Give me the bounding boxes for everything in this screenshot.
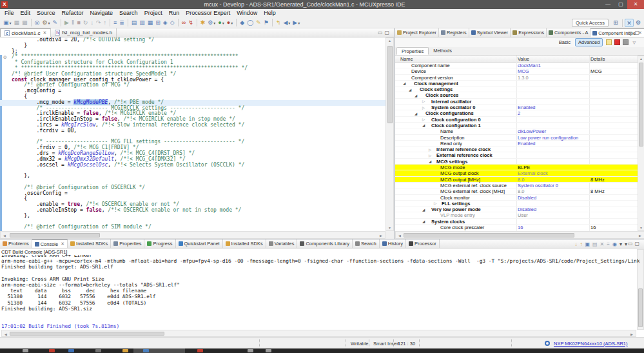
- link-server-icon[interactable]: ∞: [181, 18, 186, 27]
- property-row[interactable]: ◢Clock sources: [395, 92, 638, 98]
- registers-view-icon[interactable]: ▦: [147, 18, 154, 27]
- scroll-lock-icon[interactable]: ≡: [607, 241, 610, 247]
- property-row[interactable]: MCG external ref. clock [MHz]8.08 MHz: [395, 188, 638, 194]
- property-row[interactable]: MCG external ref. clock sourceSystem osc…: [395, 183, 638, 188]
- tips-icon[interactable]: [606, 39, 612, 45]
- collapse-arrow-icon[interactable]: ◢: [415, 111, 417, 116]
- property-row[interactable]: ▷Clock configuration 0: [395, 117, 638, 123]
- taskbar-app-icon[interactable]: [49, 349, 55, 352]
- skip-breakpoints-icon[interactable]: ◎: [34, 18, 41, 27]
- taskbar-active-app[interactable]: [133, 348, 185, 353]
- property-row[interactable]: ◢System clocks: [395, 219, 638, 225]
- install-perspective-icon[interactable]: ⚙: [634, 19, 643, 27]
- collapse-arrow-icon[interactable]: ◢: [403, 81, 405, 86]
- property-row[interactable]: ◢Very low power modeDisabled: [395, 207, 638, 212]
- settings-filter-icon[interactable]: [623, 39, 629, 45]
- inspector-horizontal-scrollbar[interactable]: ◀ ▶: [395, 231, 644, 239]
- property-row[interactable]: MCG output clockExternal clock: [395, 170, 638, 176]
- expand-arrow-icon[interactable]: ▷: [422, 117, 425, 122]
- view-tab-project-explorer[interactable]: Project Explorer: [395, 28, 439, 37]
- property-row[interactable]: ▷External reference clock: [395, 152, 638, 158]
- taskbar-app-icon[interactable]: [68, 349, 74, 352]
- property-row[interactable]: VLP mode entryUser: [395, 212, 638, 218]
- peripherals-view-icon[interactable]: ⊞: [155, 18, 161, 27]
- inspector-vertical-scrollbar[interactable]: ▲ ▼: [638, 55, 644, 231]
- previous-annotation-icon[interactable]: ↑: [580, 241, 582, 247]
- bottom-tab-quickstart-panel[interactable]: Quickstart Panel: [176, 239, 223, 248]
- collapse-arrow-icon[interactable]: ◢: [422, 219, 425, 224]
- property-row[interactable]: Core clock prescaler1616: [395, 225, 638, 230]
- flash-programmer-icon[interactable]: ◆: [239, 18, 245, 27]
- inspector-minimize-maximize-icons[interactable]: ▭▢: [628, 30, 641, 35]
- forward-icon[interactable]: ▶▾: [292, 18, 300, 27]
- step-into-icon[interactable]: ↓: [90, 18, 94, 27]
- build-icon[interactable]: ⚙▾: [41, 18, 50, 27]
- clean-project-icon[interactable]: ✱: [200, 18, 206, 27]
- taskbar-app-icon[interactable]: [266, 349, 271, 352]
- bottom-tab-progress[interactable]: Progress: [144, 239, 175, 248]
- editor-tab-fsl-mcg-hal-modes-h[interactable]: hfsl_mcg_hal_modes.h: [51, 28, 117, 37]
- collapse-arrow-icon[interactable]: ◢: [409, 87, 411, 92]
- taskbar-app-icon[interactable]: [248, 349, 253, 352]
- view-tab-symbol-viewer[interactable]: Symbol Viewer: [469, 28, 511, 37]
- expand-arrow-icon[interactable]: ▷: [429, 147, 431, 152]
- collapse-arrow-icon[interactable]: ◢: [429, 159, 431, 164]
- windows-taskbar[interactable]: [0, 348, 644, 353]
- property-row[interactable]: MCG modeBLPE: [395, 165, 638, 170]
- taskbar-app-icon[interactable]: [23, 349, 28, 352]
- view-tab-expressions[interactable]: Expressions: [511, 28, 547, 37]
- property-row[interactable]: NameclkLowPower: [395, 128, 638, 134]
- close-tab-icon[interactable]: ✕: [61, 241, 64, 247]
- menu-file[interactable]: File: [1, 9, 17, 17]
- collapse-arrow-icon[interactable]: ◢: [415, 93, 417, 98]
- bottom-tab-variables[interactable]: Variables: [266, 239, 298, 248]
- code-area[interactable]: .outdiv4 = 2U, /*!< OUTDIV4 setting */ }…: [12, 37, 385, 230]
- menu-source[interactable]: Source: [34, 9, 59, 17]
- menu-run[interactable]: Run: [166, 9, 183, 17]
- mark-occurrences-icon[interactable]: ≡: [113, 18, 117, 27]
- menu-help[interactable]: Help: [260, 9, 279, 17]
- maximize-window-button[interactable]: ▢: [614, 0, 627, 9]
- basic-button[interactable]: Basic: [556, 39, 573, 46]
- annotations-icon[interactable]: ✎: [255, 18, 262, 27]
- terminate-icon[interactable]: ■: [76, 18, 81, 27]
- suspend-icon[interactable]: Ⅱ: [71, 18, 75, 27]
- develop-perspective-icon[interactable]: ✕: [625, 19, 634, 27]
- show-console-when-standout-icon[interactable]: ▣: [585, 241, 590, 247]
- console-view-icon[interactable]: ▤: [131, 18, 138, 27]
- back-icon[interactable]: ◀▾: [282, 18, 291, 27]
- bookmark-icon[interactable]: ⚑: [263, 18, 269, 27]
- bottom-tab-properties[interactable]: Properties: [111, 239, 144, 248]
- open-console-icon[interactable]: ▾: [625, 241, 627, 247]
- save-icon[interactable]: ▦: [14, 18, 21, 27]
- taskbar-app-icon[interactable]: [143, 349, 149, 352]
- expand-arrow-icon[interactable]: ▷: [422, 99, 425, 104]
- memory-view-icon[interactable]: ▥: [139, 18, 146, 27]
- menu-project[interactable]: Project: [141, 9, 166, 17]
- run-icon[interactable]: ●▾: [217, 18, 224, 27]
- advanced-button[interactable]: Advanced: [575, 38, 603, 46]
- console-horizontal-scrollbar[interactable]: ◀ ▶: [1, 330, 636, 337]
- menu-edit[interactable]: Edit: [17, 9, 34, 17]
- clear-console-icon[interactable]: ✕: [600, 241, 605, 247]
- taskbar-app-icon[interactable]: [197, 349, 203, 352]
- tab-properties[interactable]: Properties: [396, 47, 429, 55]
- save-all-icon[interactable]: ▩: [21, 18, 28, 27]
- property-row[interactable]: ◢Clock settings: [395, 86, 638, 92]
- menu-refactor[interactable]: Refactor: [59, 9, 87, 17]
- console-output[interactable]: Invoking: Cross ARM C++ Linkerarm-none-e…: [1, 255, 639, 330]
- step-over-icon[interactable]: ↷: [95, 18, 102, 27]
- fold-collapse-icon[interactable]: ⊖: [3, 55, 7, 60]
- property-row[interactable]: ◢MCG settings: [395, 159, 638, 165]
- bottom-tab-console[interactable]: Console✕: [32, 239, 68, 248]
- property-row[interactable]: ◢Clock configurations2: [395, 110, 638, 116]
- property-row[interactable]: Clock monitorDisabled: [395, 195, 638, 201]
- property-row[interactable]: ▷FLL settings: [395, 201, 638, 207]
- editor-tab-clockman1-c[interactable]: cclockMan1.c✕: [0, 28, 51, 37]
- resume-icon[interactable]: ▶: [64, 18, 70, 27]
- energy-measurement-icon[interactable]: ↯: [188, 18, 194, 27]
- collapse-arrow-icon[interactable]: ◢: [422, 207, 425, 212]
- target-device-link[interactable]: NXP MK02FN64xxx10 (ADS-SR1): [554, 341, 627, 347]
- view-menu-icon[interactable]: ▽: [632, 40, 636, 45]
- minimize-window-button[interactable]: —: [601, 0, 614, 9]
